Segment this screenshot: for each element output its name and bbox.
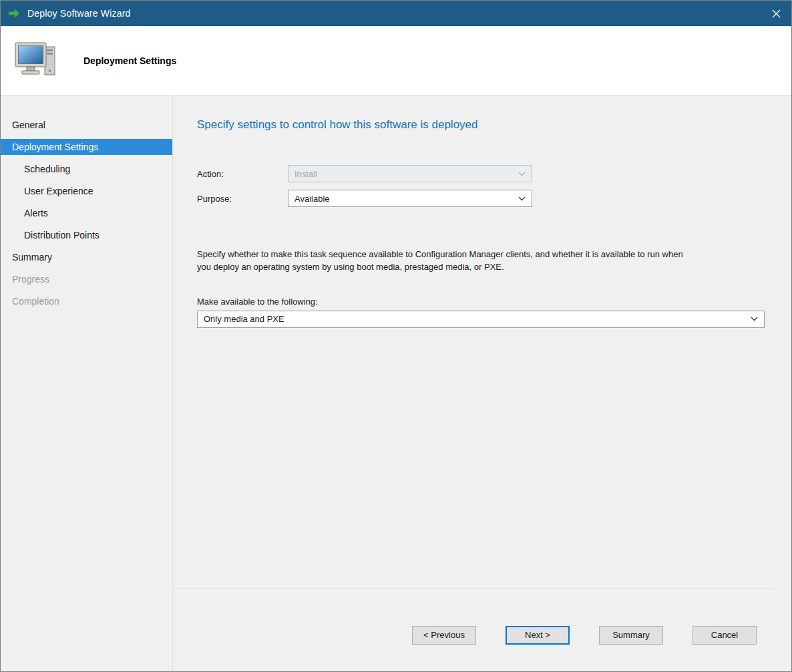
nav-item-distribution-points[interactable]: Distribution Points xyxy=(1,227,172,243)
make-available-dropdown[interactable]: Only media and PXE xyxy=(197,311,765,328)
cancel-button[interactable]: Cancel xyxy=(692,626,757,645)
nav-item-alerts[interactable]: Alerts xyxy=(1,205,172,221)
wizard-nav: General Deployment Settings Scheduling U… xyxy=(1,96,173,671)
action-row: Action: Install xyxy=(197,165,765,182)
close-icon xyxy=(772,9,781,18)
action-label: Action: xyxy=(197,169,288,179)
main-panel: Specify settings to control how this sof… xyxy=(173,96,791,671)
green-arrow-icon xyxy=(7,7,21,20)
chevron-down-icon xyxy=(518,172,526,176)
deploy-software-wizard-window: Deploy Software Wizard xyxy=(0,0,792,672)
purpose-row: Purpose: Available xyxy=(197,190,765,207)
purpose-label: Purpose: xyxy=(197,194,288,204)
page-title: Deployment Settings xyxy=(83,55,176,66)
window-title: Deploy Software Wizard xyxy=(27,8,761,19)
nav-item-completion: Completion xyxy=(1,293,172,309)
action-dropdown-value: Install xyxy=(294,169,317,179)
wizard-header: Deployment Settings xyxy=(1,26,791,96)
nav-item-scheduling[interactable]: Scheduling xyxy=(1,161,172,177)
previous-button[interactable]: < Previous xyxy=(412,626,476,645)
summary-button[interactable]: Summary xyxy=(599,626,663,645)
purpose-dropdown-value: Available xyxy=(294,194,330,204)
make-available-label: Make available to the following: xyxy=(197,297,765,307)
close-button[interactable] xyxy=(761,1,791,26)
wizard-body: General Deployment Settings Scheduling U… xyxy=(1,96,791,671)
nav-item-summary[interactable]: Summary xyxy=(1,249,172,265)
nav-item-progress: Progress xyxy=(1,271,172,287)
description-text: Specify whether to make this task sequen… xyxy=(197,248,697,274)
titlebar: Deploy Software Wizard xyxy=(1,1,791,26)
chevron-down-icon xyxy=(751,317,758,321)
content-heading: Specify settings to control how this sof… xyxy=(197,118,765,132)
next-button[interactable]: Next > xyxy=(506,626,570,645)
content-area: Specify settings to control how this sof… xyxy=(173,96,791,589)
nav-item-deployment-settings[interactable]: Deployment Settings xyxy=(1,139,172,155)
wizard-footer: < Previous Next > Summary Cancel xyxy=(173,589,775,671)
action-dropdown: Install xyxy=(288,165,532,182)
chevron-down-icon xyxy=(518,196,526,201)
computer-icon xyxy=(14,41,58,80)
purpose-dropdown[interactable]: Available xyxy=(288,190,532,207)
nav-item-user-experience[interactable]: User Experience xyxy=(1,183,172,199)
make-available-dropdown-value: Only media and PXE xyxy=(204,314,284,324)
nav-item-general[interactable]: General xyxy=(1,117,172,133)
